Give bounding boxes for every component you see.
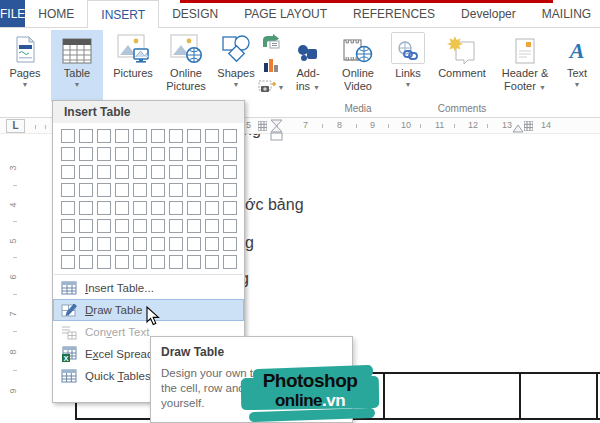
chart-icon[interactable] [263,57,279,76]
table-size-cell[interactable] [151,183,165,197]
table-size-cell[interactable] [169,237,183,251]
table-size-cell[interactable] [169,183,183,197]
text-button[interactable]: A Text ▼ [559,30,595,88]
table-size-cell[interactable] [223,147,237,161]
table-size-cell[interactable] [97,255,111,269]
table-size-cell[interactable] [115,255,129,269]
table-size-cell[interactable] [97,147,111,161]
table-size-cell[interactable] [205,165,219,179]
menu-item-insert-table[interactable]: Insert Table... [53,277,244,299]
table-size-cell[interactable] [133,183,147,197]
table-size-cell[interactable] [205,255,219,269]
table-size-cell[interactable] [61,201,75,215]
table-size-cell[interactable] [61,129,75,143]
tab-insert[interactable]: INSERT [87,0,159,28]
table-size-cell[interactable] [187,183,201,197]
tab-references[interactable]: REFERENCES [340,0,448,27]
table-size-cell[interactable] [187,147,201,161]
table-size-cell[interactable] [79,129,93,143]
smartart-icon[interactable] [262,34,280,53]
tab-design[interactable]: DESIGN [159,0,231,27]
table-size-cell[interactable] [223,237,237,251]
screenshot-icon[interactable]: ▼ [258,80,285,93]
table-size-cell[interactable] [61,219,75,233]
table-size-cell[interactable] [151,165,165,179]
table-size-cell[interactable] [151,219,165,233]
table-column-marker[interactable] [524,121,533,131]
table-size-cell[interactable] [61,165,75,179]
table-size-cell[interactable] [79,219,93,233]
table-size-cell[interactable] [187,219,201,233]
table-size-cell[interactable] [115,183,129,197]
table-size-cell[interactable] [187,129,201,143]
indent-marker[interactable] [270,119,283,141]
table-size-cell[interactable] [97,183,111,197]
table-size-cell[interactable] [79,237,93,251]
online-video-button[interactable]: OnlineVideo [333,30,383,93]
comment-button[interactable]: Comment [433,30,491,80]
table-size-cell[interactable] [223,129,237,143]
table-size-cell[interactable] [205,147,219,161]
table-size-cell[interactable] [115,219,129,233]
table-size-cell[interactable] [79,201,93,215]
pictures-button[interactable]: Pictures [107,30,159,80]
table-size-cell[interactable] [205,219,219,233]
table-size-cell[interactable] [79,165,93,179]
table-size-cell[interactable] [133,201,147,215]
table-column-marker[interactable] [258,121,267,131]
table-size-cell[interactable] [151,147,165,161]
pages-button[interactable]: Pages ▼ [3,30,47,88]
table-size-cell[interactable] [223,165,237,179]
table-size-cell[interactable] [151,129,165,143]
table-size-cell[interactable] [133,147,147,161]
table-size-cell[interactable] [115,201,129,215]
table-size-cell[interactable] [115,237,129,251]
tab-page-layout[interactable]: PAGE LAYOUT [231,0,340,27]
table-size-cell[interactable] [205,237,219,251]
table-size-cell[interactable] [133,219,147,233]
table-size-cell[interactable] [223,219,237,233]
table-size-cell[interactable] [97,237,111,251]
table-size-cell[interactable] [115,129,129,143]
table-button[interactable]: Table ▼ [51,30,103,102]
table-size-cell[interactable] [61,183,75,197]
online-pictures-button[interactable]: OnlinePictures [159,30,213,93]
table-size-cell[interactable] [223,255,237,269]
table-size-cell[interactable] [169,201,183,215]
table-size-cell[interactable] [115,165,129,179]
tab-stop-selector[interactable]: L [6,119,25,133]
table-size-cell[interactable] [169,219,183,233]
table-size-cell[interactable] [223,183,237,197]
table-size-cell[interactable] [61,237,75,251]
table-size-cell[interactable] [151,255,165,269]
table-size-cell[interactable] [61,255,75,269]
table-size-cell[interactable] [169,255,183,269]
table-size-cell[interactable] [187,255,201,269]
table-size-cell[interactable] [97,129,111,143]
table-size-cell[interactable] [223,201,237,215]
table-size-cell[interactable] [133,129,147,143]
table-size-cell[interactable] [187,237,201,251]
table-size-cell[interactable] [133,255,147,269]
table-size-cell[interactable] [79,183,93,197]
header-footer-button[interactable]: Header &Footer ▼ [495,30,555,93]
table-size-cell[interactable] [205,201,219,215]
table-size-cell[interactable] [187,201,201,215]
table-size-cell[interactable] [97,201,111,215]
table-size-cell[interactable] [205,183,219,197]
table-size-cell[interactable] [133,165,147,179]
shapes-button[interactable]: Shapes ▼ [213,30,259,88]
tab-home[interactable]: HOME [25,0,87,27]
tab-file[interactable]: FILE [0,0,25,27]
table-size-cell[interactable] [169,165,183,179]
links-button[interactable]: Links ▼ [387,30,429,88]
table-size-cell[interactable] [151,201,165,215]
table-size-cell[interactable] [79,147,93,161]
tab-developer[interactable]: Developer [448,0,529,27]
table-size-cell[interactable] [169,147,183,161]
table-size-cell[interactable] [205,129,219,143]
tab-mailings[interactable]: MAILING [529,0,600,27]
addins-button[interactable]: Add-ins ▼ [287,30,329,93]
right-indent-marker[interactable] [512,124,524,133]
table-size-cell[interactable] [97,165,111,179]
